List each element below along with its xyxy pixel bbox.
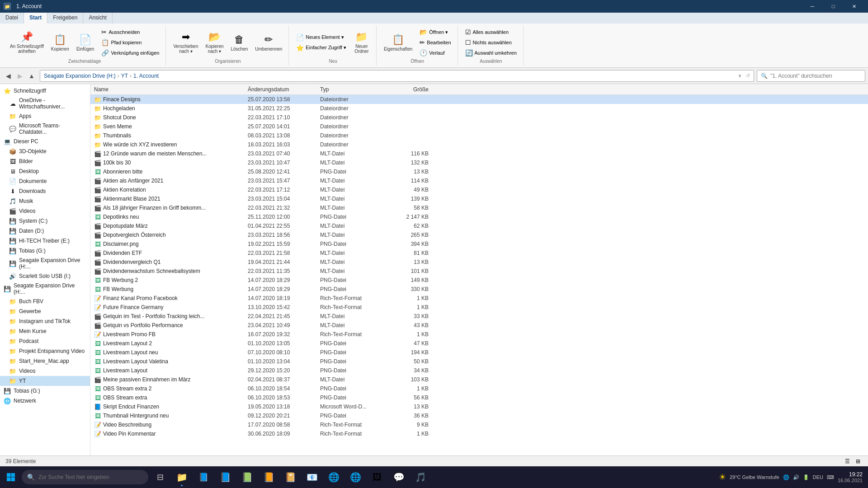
maximize-button[interactable]: □ <box>823 0 844 13</box>
taskbar-slack[interactable]: 💬 <box>389 467 409 487</box>
sidebar-item-buch[interactable]: 📁 Buch FBV <box>0 296 90 306</box>
sidebar-item-videos2[interactable]: 📁 Videos <box>0 366 90 376</box>
sidebar-item-gewerbe[interactable]: 📁 Gewerbe <box>0 306 90 316</box>
sidebar-item-projekt[interactable]: 📁 Projekt Entspannung Video <box>0 346 90 356</box>
cut-button[interactable]: ✂ Ausschneiden <box>99 27 162 37</box>
edit-button[interactable]: ✏ Bearbeiten <box>417 38 453 47</box>
file-row[interactable]: 🖼 Thumbnail Hintergrund neu 09.12.2020 2… <box>90 411 868 420</box>
file-row[interactable]: 📝 Future Finance Germany 13.10.2020 15:4… <box>90 303 868 312</box>
sidebar-item-bilder[interactable]: 🖼 Bilder <box>0 156 90 166</box>
file-row[interactable]: 🖼 Disclaimer.png 19.02.2021 15:59 PNG-Da… <box>90 239 868 249</box>
taskbar-spotify[interactable]: 🎵 <box>410 467 430 487</box>
copy-button[interactable]: 📋 Kopieren <box>48 32 72 53</box>
sidebar-item-onedrive[interactable]: ☁ OneDrive - Wirtschaftsuniver... <box>0 96 90 111</box>
taskbar-outlook[interactable]: 📧 <box>302 467 322 487</box>
copy-path-button[interactable]: 📋 Pfad kopieren <box>99 38 162 47</box>
close-button[interactable]: ✕ <box>844 0 864 13</box>
file-row[interactable]: 📁 Thumbnails 08.03.2021 13:08 Dateiordne… <box>90 131 868 140</box>
sidebar-item-dokumente[interactable]: 📄 Dokumente <box>0 176 90 186</box>
file-row[interactable]: 🖼 FB Werbung 2 14.07.2020 18:29 PNG-Date… <box>90 276 868 285</box>
taskbar-word[interactable]: 📘 <box>215 467 235 487</box>
sidebar-item-musik[interactable]: 🎵 Musik <box>0 196 90 206</box>
sidebar-item-starthere[interactable]: 📁 Start_Here_Mac.app <box>0 356 90 366</box>
taskbar-search-input[interactable] <box>38 474 143 480</box>
file-row[interactable]: 🖼 Livestream Layout 29.12.2020 15:20 PNG… <box>90 366 868 375</box>
tab-datei[interactable]: Datei <box>0 13 24 23</box>
file-row[interactable]: 🎬 Als 18 jähriger Finanzen in Griff beko… <box>90 203 868 212</box>
sidebar-item-seagate2[interactable]: 💾 Seagate Expansion Drive (H:... <box>0 281 90 296</box>
taskbar-edge[interactable]: 🌐 <box>345 467 365 487</box>
minimize-button[interactable]: ─ <box>802 0 823 13</box>
breadcrumb-item-account[interactable]: 1. Account <box>133 73 159 79</box>
sidebar-item-instagram[interactable]: 📁 Instagram und TikTok <box>0 316 90 326</box>
invert-selection-button[interactable]: 🔄 Auswahl umkehren <box>462 48 520 58</box>
sidebar-item-downloads[interactable]: ⬇ Downloads <box>0 186 90 196</box>
file-row[interactable]: 🎬 Aktien Korrelation 22.03.2021 17:12 ML… <box>90 185 868 194</box>
sidebar-item-meinkurse[interactable]: 📁 Mein Kurse <box>0 326 90 336</box>
copy-to-button[interactable]: 📂 Kopierennach ▾ <box>203 29 226 56</box>
view-tiles-icon[interactable]: ⊞ <box>854 457 863 466</box>
sidebar-item-schnellzugriff[interactable]: ⭐ Schnellzugriff <box>0 86 90 96</box>
select-all-button[interactable]: ☑ Alles auswählen <box>462 27 520 37</box>
file-row[interactable]: 📁 Hochgeladen 31.05.2021 22:25 Dateiordn… <box>90 104 868 113</box>
breadcrumb-refresh-icon[interactable]: ↺ <box>746 73 750 79</box>
breadcrumb-dropdown-icon[interactable]: ▼ <box>737 73 742 79</box>
tab-start[interactable]: Start <box>24 13 47 23</box>
sidebar-item-videos[interactable]: 🎬 Videos <box>0 206 90 216</box>
new-element-button[interactable]: 📄 Neues Element ▾ <box>293 33 349 42</box>
sidebar-item-netzwerk[interactable]: 🌐 Netzwerk <box>0 396 90 406</box>
sidebar-item-podcast[interactable]: 📁 Podcast <box>0 336 90 346</box>
sidebar-item-desktop[interactable]: 🖥 Desktop <box>0 166 90 176</box>
taskbar-excel[interactable]: 📗 <box>237 467 257 487</box>
nav-up-button[interactable]: ▲ <box>26 70 37 81</box>
new-folder-button[interactable]: 📁 NeuerOrdner <box>351 29 373 56</box>
rename-button[interactable]: ✏ Umbenennen <box>252 32 285 53</box>
col-date-header[interactable]: Änderungsdatum <box>248 86 320 93</box>
file-row[interactable]: 📁 Sven Meme 25.07.2020 14:01 Dateiordner <box>90 122 868 131</box>
taskbar-search[interactable]: 🔍 <box>22 470 148 484</box>
sidebar-item-seagate[interactable]: 💾 Seagate Expansion Drive (H:... <box>0 256 90 271</box>
breadcrumb-item-drive[interactable]: Seagate Expansion Drive (H:) <box>44 73 116 79</box>
sidebar-item-daten-d[interactable]: 💾 Daten (D:) <box>0 226 90 236</box>
file-row[interactable]: 🎬 Getquin im Test - Portfolio Tracking l… <box>90 312 868 321</box>
col-size-header[interactable]: Größe <box>392 86 429 93</box>
col-type-header[interactable]: Typ <box>320 86 392 93</box>
easy-access-button[interactable]: ⭐ Einfacher Zugriff ▾ <box>293 43 349 53</box>
file-row[interactable]: 🎬 12 Gründe warum die meisten Menschen..… <box>90 149 868 158</box>
start-button[interactable] <box>2 468 20 486</box>
taskbar-photos[interactable]: 🖼 <box>367 467 387 487</box>
open-button[interactable]: 📂 Öffnen ▾ <box>417 27 453 37</box>
file-row[interactable]: 🎬 Dividendenwachstum Schneeballsystem 22… <box>90 267 868 276</box>
paste-button[interactable]: 📄 Einfügen <box>74 32 97 53</box>
file-row[interactable]: 🎬 Aktien als Anfänger 2021 23.03.2021 15… <box>90 176 868 185</box>
sidebar-item-teams[interactable]: 💬 Microsoft Teams-Chatdatei... <box>0 121 90 136</box>
taskbar-explorer[interactable]: 📁 <box>172 467 192 487</box>
taskbar-teams[interactable]: 📘 <box>193 467 213 487</box>
file-row[interactable]: 🎬 Dividendenvergleich Q1 19.04.2021 21:4… <box>90 258 868 267</box>
search-input[interactable] <box>770 73 861 79</box>
file-row[interactable]: 🖼 Depotlinks neu 25.11.2020 12:00 PNG-Da… <box>90 212 868 221</box>
breadcrumb-item-yt[interactable]: YT <box>121 73 128 79</box>
file-row[interactable]: 🖼 OBS Stream extra 06.10.2020 18:53 PNG-… <box>90 393 868 402</box>
file-row[interactable]: 🖼 Livestream Layout 2 01.10.2020 13:05 P… <box>90 339 868 348</box>
file-row[interactable]: 🖼 OBS Stream extra 2 06.10.2020 18:54 PN… <box>90 384 868 393</box>
tab-freigeben[interactable]: Freigeben <box>47 13 83 23</box>
file-row[interactable]: 📁 Finace Designs 25.07.2020 13:58 Dateio… <box>90 95 868 104</box>
select-none-button[interactable]: ☐ Nichts auswählen <box>462 38 520 47</box>
col-name-header[interactable]: Name <box>94 86 248 93</box>
tab-ansicht[interactable]: Ansicht <box>83 13 112 23</box>
file-row[interactable]: 🎬 Getquin vs Portfolio Performance 23.04… <box>90 321 868 330</box>
history-button[interactable]: 🕐 Verlauf <box>417 48 453 58</box>
sidebar-item-system-c[interactable]: 💾 System (C:) <box>0 216 90 226</box>
file-row[interactable]: 🖼 FB Werbung 14.07.2020 18:29 PNG-Datei … <box>90 285 868 294</box>
file-row[interactable]: 📝 Finanz Kanal Promo Facebook 14.07.2020… <box>90 294 868 303</box>
sidebar-item-tobias-g2[interactable]: 💾 Tobias (G:) <box>0 386 90 396</box>
nav-forward-button[interactable]: ▶ <box>14 70 25 81</box>
sidebar-item-yt[interactable]: 📁 YT <box>0 376 90 386</box>
file-row[interactable]: 🎬 Depotvergleich Österreich 23.03.2021 1… <box>90 230 868 239</box>
sidebar-item-tobias-g[interactable]: 💾 Tobias (G:) <box>0 246 90 256</box>
properties-button[interactable]: 📋 Eigenschaften <box>381 32 415 53</box>
taskbar-chrome[interactable]: 🌐 <box>324 467 344 487</box>
file-row[interactable]: 📁 Wie würde ich XYZ investieren 18.03.20… <box>90 140 868 149</box>
view-details-icon[interactable]: ☰ <box>843 457 852 466</box>
